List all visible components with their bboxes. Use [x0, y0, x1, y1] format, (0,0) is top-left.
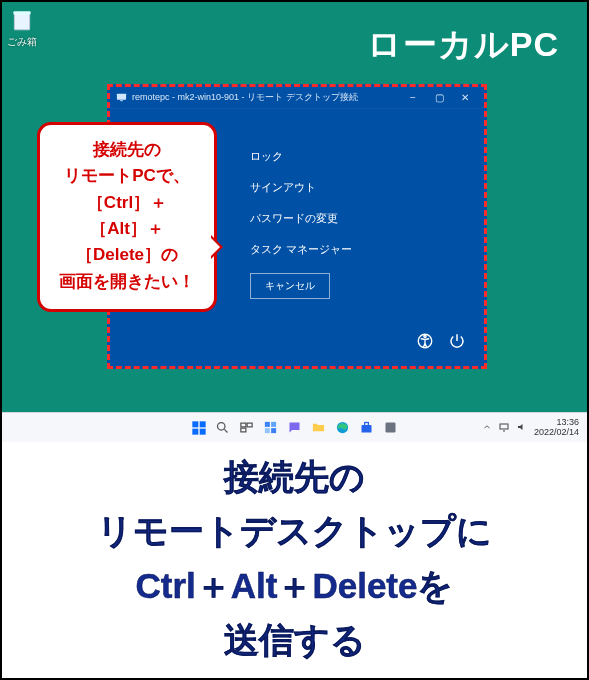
article-headline: 接続先の リモートデスクトップに Ctrl＋Alt＋Deleteを 送信する	[2, 450, 587, 667]
svg-rect-13	[265, 422, 270, 427]
start-button[interactable]	[190, 419, 208, 437]
local-desktop: ごみ箱 ローカルPC remotepc - mk2-win10-901 - リモ…	[2, 2, 587, 412]
store-icon[interactable]	[358, 419, 376, 437]
sec-signout[interactable]: サインアウト	[250, 180, 352, 195]
taskbar-center	[190, 419, 400, 437]
annotation-callout: 接続先の リモートPCで、 ［Ctrl］＋ ［Alt］＋ ［Delete］の 画…	[37, 122, 217, 312]
callout-line: 画面を開きたい！	[48, 269, 206, 295]
close-button[interactable]: ✕	[452, 92, 478, 103]
explorer-icon[interactable]	[310, 419, 328, 437]
recycle-bin-icon	[9, 7, 35, 33]
svg-rect-1	[13, 11, 30, 14]
recycle-bin-label: ごみ箱	[7, 35, 37, 49]
rdp-window-title: remotepc - mk2-win10-901 - リモート デスクトップ接続	[132, 91, 400, 104]
svg-rect-2	[117, 94, 126, 100]
headline-line: 送信する	[24, 613, 565, 667]
tray-chevron-icon[interactable]	[482, 422, 492, 434]
chat-icon[interactable]	[286, 419, 304, 437]
headline-line: リモートデスクトップに	[24, 504, 565, 558]
svg-rect-8	[199, 428, 205, 434]
search-icon[interactable]	[214, 419, 232, 437]
tray-volume-icon[interactable]	[516, 421, 528, 435]
tray-network-icon[interactable]	[498, 421, 510, 435]
local-pc-label: ローカルPC	[367, 22, 559, 68]
security-menu: ロック サインアウト パスワードの変更 タスク マネージャー	[250, 149, 352, 257]
cancel-button[interactable]: キャンセル	[250, 273, 330, 299]
ease-of-access-icon[interactable]	[416, 332, 434, 354]
svg-rect-14	[271, 422, 276, 427]
sec-lock[interactable]: ロック	[250, 149, 352, 164]
svg-rect-15	[265, 428, 270, 433]
callout-line: 接続先の	[48, 137, 206, 163]
rdp-titlebar[interactable]: remotepc - mk2-win10-901 - リモート デスクトップ接続…	[110, 87, 484, 109]
clock-date: 2022/02/14	[534, 428, 579, 438]
svg-rect-16	[271, 428, 276, 433]
sec-task-manager[interactable]: タスク マネージャー	[250, 242, 352, 257]
pinned-app-icon[interactable]	[382, 419, 400, 437]
recycle-bin[interactable]: ごみ箱	[7, 7, 37, 49]
callout-line: ［Alt］＋	[48, 216, 206, 242]
taskbar: 13:36 2022/02/14	[2, 412, 587, 442]
callout-line: ［Ctrl］＋	[48, 190, 206, 216]
sec-change-password[interactable]: パスワードの変更	[250, 211, 352, 226]
svg-rect-0	[14, 14, 29, 30]
widgets-icon[interactable]	[262, 419, 280, 437]
headline-line: Ctrl＋Alt＋Deleteを	[24, 559, 565, 613]
svg-rect-7	[192, 428, 198, 434]
svg-rect-3	[120, 100, 123, 101]
taskbar-clock[interactable]: 13:36 2022/02/14	[534, 418, 579, 438]
headline-line: 接続先の	[24, 450, 565, 504]
svg-rect-6	[199, 421, 205, 427]
edge-icon[interactable]	[334, 419, 352, 437]
svg-rect-5	[192, 421, 198, 427]
svg-rect-19	[365, 423, 369, 426]
power-icon[interactable]	[448, 332, 466, 354]
svg-rect-12	[241, 428, 246, 432]
minimize-button[interactable]: −	[400, 92, 426, 103]
task-view-icon[interactable]	[238, 419, 256, 437]
callout-line: ［Delete］の	[48, 242, 206, 268]
maximize-button[interactable]: ▢	[426, 92, 452, 103]
svg-rect-11	[247, 423, 252, 427]
svg-point-9	[218, 423, 226, 431]
svg-rect-10	[241, 423, 246, 427]
svg-rect-21	[500, 424, 508, 429]
callout-line: リモートPCで、	[48, 163, 206, 189]
rdp-app-icon	[116, 92, 127, 103]
svg-rect-20	[386, 423, 396, 433]
